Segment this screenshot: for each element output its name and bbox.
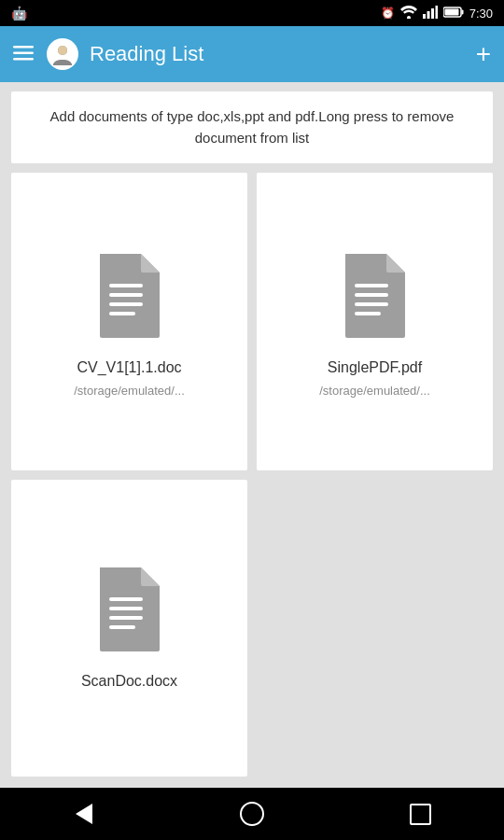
doc-icon-3	[88, 563, 172, 656]
svg-rect-1	[423, 14, 426, 19]
document-card-3[interactable]: ScanDoc.docx	[11, 480, 247, 777]
home-icon	[240, 802, 264, 826]
svg-rect-7	[444, 8, 458, 15]
doc-icon-1	[88, 249, 172, 343]
signal-icon	[423, 6, 438, 21]
doc-path-2: /storage/emulated/...	[319, 384, 430, 398]
svg-rect-22	[109, 607, 143, 610]
svg-rect-20	[355, 312, 381, 315]
svg-rect-6	[461, 9, 463, 14]
svg-rect-19	[355, 302, 388, 306]
svg-rect-18	[355, 293, 388, 297]
svg-rect-13	[109, 284, 143, 287]
svg-point-0	[407, 16, 411, 19]
grid-empty-placeholder	[257, 480, 493, 777]
document-card-1[interactable]: CV_V1[1].1.doc /storage/emulated/...	[11, 173, 247, 470]
svg-rect-2	[427, 11, 429, 19]
doc-path-1: /storage/emulated/...	[74, 384, 185, 398]
info-banner-text: Add documents of type doc,xls,ppt and pd…	[50, 108, 455, 146]
document-grid: CV_V1[1].1.doc /storage/emulated/... Sin…	[0, 173, 504, 788]
nav-bar	[0, 788, 504, 840]
doc-icon-2	[333, 249, 417, 343]
svg-rect-17	[355, 284, 388, 287]
info-banner: Add documents of type doc,xls,ppt and pd…	[11, 91, 493, 163]
status-bar: 🤖 ⏰ 7:30	[0, 0, 504, 26]
back-icon	[76, 804, 92, 824]
add-document-button[interactable]: +	[476, 41, 491, 67]
svg-rect-15	[109, 302, 143, 306]
wifi-icon	[400, 6, 417, 21]
svg-point-12	[58, 46, 67, 55]
svg-rect-14	[109, 293, 143, 297]
svg-rect-3	[431, 8, 434, 19]
android-icon: 🤖	[11, 6, 27, 21]
status-bar-left: 🤖	[11, 6, 27, 21]
svg-rect-23	[109, 616, 143, 620]
status-time: 7:30	[469, 7, 493, 21]
svg-rect-21	[109, 597, 143, 601]
avatar	[47, 38, 78, 70]
status-bar-right: ⏰ 7:30	[381, 6, 493, 21]
svg-rect-9	[13, 52, 34, 55]
alarm-icon: ⏰	[381, 7, 395, 20]
doc-name-1: CV_V1[1].1.doc	[77, 359, 181, 376]
doc-name-3: ScanDoc.docx	[81, 673, 177, 690]
recents-icon	[410, 804, 431, 825]
svg-rect-8	[13, 46, 34, 49]
hamburger-menu-icon[interactable]	[13, 44, 34, 64]
svg-rect-10	[13, 58, 34, 61]
svg-rect-4	[435, 6, 438, 19]
toolbar-title: Reading List	[90, 42, 476, 66]
doc-name-2: SinglePDF.pdf	[328, 359, 422, 376]
document-card-2[interactable]: SinglePDF.pdf /storage/emulated/...	[257, 173, 493, 470]
back-button[interactable]	[56, 788, 112, 840]
recents-button[interactable]	[392, 788, 448, 840]
home-button[interactable]	[224, 788, 280, 840]
svg-rect-24	[109, 625, 135, 629]
battery-icon	[443, 7, 464, 21]
toolbar: Reading List +	[0, 26, 504, 82]
svg-rect-16	[109, 312, 135, 315]
